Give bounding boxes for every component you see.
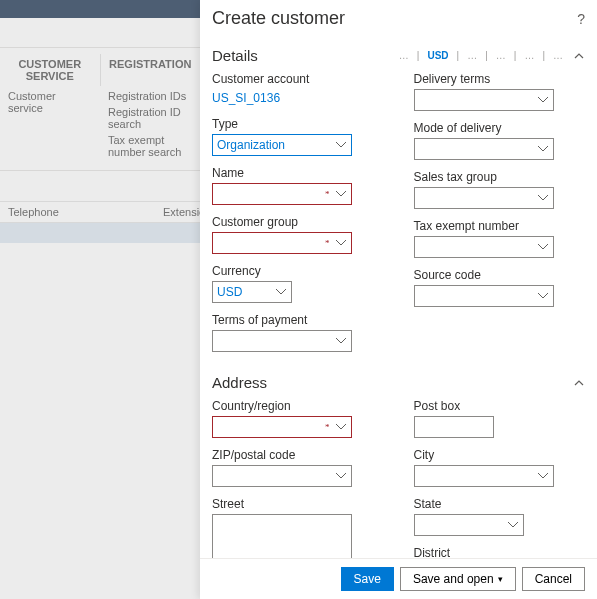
value-customer-account: US_SI_0136 [212,89,384,107]
section-details: Details …| USD| …| …| …| … Customer acco… [212,43,585,362]
label-currency: Currency [212,264,384,278]
chevron-down-icon: ▾ [498,574,503,584]
name-input[interactable] [212,183,352,205]
bg-grid-row [0,223,200,243]
panel-body[interactable]: Details …| USD| …| …| …| … Customer acco… [200,35,597,558]
postbox-input[interactable] [414,416,494,438]
detail-pills: …| USD| …| …| …| … [397,50,565,61]
label-street: Street [212,497,384,511]
bg-link-tax-exempt-search: Tax exempt number search [108,132,192,160]
bg-grid-header: Telephone Extension [0,201,200,223]
zip-select[interactable] [212,465,352,487]
label-delivery-terms: Delivery terms [414,72,586,86]
bg-link-reg-id-search: Registration ID search [108,104,192,132]
save-open-label: Save and open [413,572,494,586]
collapse-details-icon[interactable] [573,50,585,62]
save-button[interactable]: Save [341,567,394,591]
pill-6: … [551,50,565,61]
label-type: Type [212,117,384,131]
currency-select[interactable]: USD [212,281,292,303]
label-source-code: Source code [414,268,586,282]
section-title-address: Address [212,374,573,391]
background-page: CUSTOMER SERVICE REGISTRATION Customer s… [0,0,200,599]
label-state: State [414,497,586,511]
label-tax-exempt: Tax exempt number [414,219,586,233]
section-title-details: Details [212,47,397,64]
label-zip: ZIP/postal code [212,448,384,462]
panel-footer: Save Save and open▾ Cancel [200,558,597,599]
bg-nav-tabs: CUSTOMER SERVICE REGISTRATION [0,48,200,86]
help-icon[interactable]: ? [577,11,585,27]
pill-1: … [397,50,411,61]
label-postbox: Post box [414,399,586,413]
state-select[interactable] [414,514,524,536]
mode-delivery-select[interactable] [414,138,554,160]
sales-tax-group-select[interactable] [414,187,554,209]
label-customer-account: Customer account [212,72,384,86]
type-select[interactable]: Organization [212,134,352,156]
cancel-button[interactable]: Cancel [522,567,585,591]
tax-exempt-select[interactable] [414,236,554,258]
terms-payment-select[interactable] [212,330,352,352]
bg-tab-customer-service: CUSTOMER SERVICE [0,54,101,86]
label-name: Name [212,166,384,180]
bg-col-telephone: Telephone [8,206,163,218]
label-sales-tax-group: Sales tax group [414,170,586,184]
pill-5: … [522,50,536,61]
bg-links: Customer service Registration IDs Regist… [0,86,200,171]
street-textarea[interactable] [212,514,352,558]
bg-spacer [0,18,200,48]
save-and-open-button[interactable]: Save and open▾ [400,567,516,591]
bg-link-customer-service: Customer service [8,88,92,116]
pill-usd: USD [425,50,450,61]
label-country: Country/region [212,399,384,413]
source-code-select[interactable] [414,285,554,307]
collapse-address-icon[interactable] [573,377,585,389]
delivery-terms-select[interactable] [414,89,554,111]
bg-link-reg-ids: Registration IDs [108,88,192,104]
label-city: City [414,448,586,462]
customer-group-select[interactable] [212,232,352,254]
label-district: District [414,546,586,558]
country-select[interactable] [212,416,352,438]
pill-3: … [465,50,479,61]
create-customer-panel: Create customer ? Details …| USD| …| …| … [200,0,597,599]
label-terms-payment: Terms of payment [212,313,384,327]
city-select[interactable] [414,465,554,487]
section-address: Address Country/region ZIP/postal code S… [212,370,585,558]
label-customer-group: Customer group [212,215,384,229]
bg-tab-registration: REGISTRATION [101,54,201,86]
pill-4: … [494,50,508,61]
app-header-bar [0,0,200,18]
panel-title: Create customer [212,8,577,29]
label-mode-delivery: Mode of delivery [414,121,586,135]
